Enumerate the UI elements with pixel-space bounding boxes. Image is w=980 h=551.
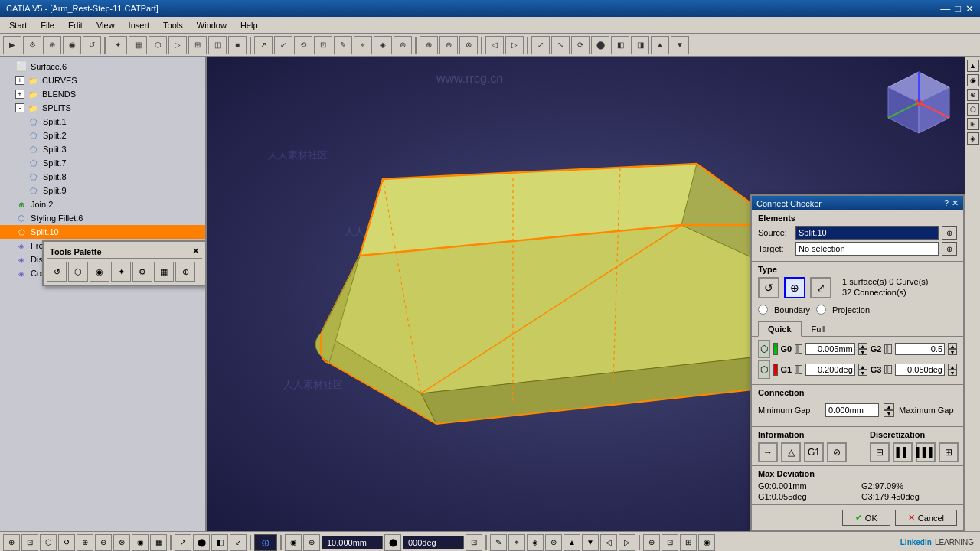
cc-g1-icon-btn[interactable]: ⬡	[758, 360, 770, 379]
toolbar-btn-23[interactable]: ⊗	[459, 36, 478, 54]
toolbar-btn-29[interactable]: ⬤	[591, 36, 609, 54]
cc-g2-spin-up[interactable]: ▲	[948, 343, 957, 349]
cc-min-spin-down[interactable]: ▼	[884, 410, 894, 417]
bottom-btn-5[interactable]: ⊕	[77, 534, 93, 551]
cc-g1-spin-up[interactable]: ▲	[858, 364, 867, 370]
cc-projection-radio[interactable]	[816, 305, 826, 315]
cc-target-input[interactable]	[795, 242, 939, 256]
cc-source-select-btn[interactable]: ⊕	[942, 226, 957, 240]
bottom-btn-4[interactable]: ↺	[58, 534, 75, 551]
cc-info-btn-2[interactable]: △	[781, 442, 801, 462]
right-btn-5[interactable]: ⊞	[967, 118, 979, 130]
bottom-btn-24[interactable]: ⊕	[643, 534, 660, 551]
toolbar-btn-1[interactable]: ▶	[3, 36, 21, 54]
cc-info-btn-3[interactable]: G1	[804, 442, 824, 462]
bottom-btn-16[interactable]: ✎	[490, 534, 507, 551]
toolbar-btn-5[interactable]: ↺	[83, 36, 101, 54]
cc-tab-quick[interactable]: Quick	[758, 321, 802, 337]
cc-disc-btn-4[interactable]: ⊞	[939, 442, 959, 462]
bottom-btn-26[interactable]: ⊞	[680, 534, 697, 551]
cc-tab-full[interactable]: Full	[802, 321, 835, 337]
cc-g2-input[interactable]	[895, 343, 945, 355]
right-btn-1[interactable]: ▲	[967, 60, 979, 72]
cc-info-btn-1[interactable]: ↔	[758, 442, 778, 462]
bottom-btn-2[interactable]: ⊡	[21, 534, 38, 551]
bottom-btn-19[interactable]: ⊛	[545, 534, 562, 551]
cc-boundary-radio[interactable]	[758, 305, 768, 315]
cc-g3-spin-down[interactable]: ▼	[948, 370, 957, 376]
cc-g2-indicator[interactable]: ▌	[884, 344, 892, 354]
cc-ok-button[interactable]: ✔ OK	[842, 510, 890, 526]
maximize-btn[interactable]: □	[955, 3, 961, 15]
menu-edit[interactable]: Edit	[62, 19, 89, 31]
bottom-btn-21[interactable]: ▼	[582, 534, 599, 551]
bottom-btn-25[interactable]: ⊡	[662, 534, 678, 551]
toolbar-btn-10[interactable]: ⊞	[188, 36, 207, 54]
cc-g0-spin-up[interactable]: ▲	[858, 343, 867, 349]
toolbar-btn-32[interactable]: ▲	[651, 36, 669, 54]
toolbar-btn-14[interactable]: ↙	[274, 36, 292, 54]
cc-min-gap-input[interactable]	[825, 403, 879, 417]
toolbar-btn-8[interactable]: ⬡	[149, 36, 167, 54]
bottom-btn-23[interactable]: ▷	[619, 534, 635, 551]
cc-disc-btn-3[interactable]: ▌▌▌	[916, 442, 936, 462]
toolbar-btn-20[interactable]: ⊛	[394, 36, 412, 54]
bottom-btn-27[interactable]: ◉	[698, 534, 715, 551]
toolbar-btn-30[interactable]: ◧	[611, 36, 629, 54]
menu-start[interactable]: Start	[3, 19, 33, 31]
cc-g2-spin-down[interactable]: ▼	[948, 349, 957, 355]
toolbar-btn-16[interactable]: ⊡	[314, 36, 332, 54]
cc-disc-btn-1[interactable]: ⊟	[870, 442, 890, 462]
tree-item-split7[interactable]: ⬠ Split.7	[0, 156, 205, 170]
palette-btn-circle[interactable]: ◉	[90, 262, 109, 282]
menu-file[interactable]: File	[34, 19, 60, 31]
toolbar-btn-17[interactable]: ✎	[334, 36, 352, 54]
palette-btn-star[interactable]: ✦	[111, 262, 131, 282]
cc-info-btn-4[interactable]: ⊘	[827, 442, 847, 462]
cc-type-btn-3[interactable]: ⤢	[810, 277, 831, 298]
right-btn-2[interactable]: ◉	[967, 74, 979, 86]
cc-help-btn[interactable]: ?	[944, 198, 949, 208]
right-btn-4[interactable]: ⬡	[967, 103, 979, 116]
tree-item-splits[interactable]: - 📁 SPLITS	[0, 101, 205, 115]
bottom-btn-3[interactable]: ⬡	[40, 534, 57, 551]
bottom-btn-22[interactable]: ◁	[600, 534, 617, 551]
tree-item-split8[interactable]: ⬠ Split.8	[0, 170, 205, 184]
cc-g1-indicator[interactable]: ▌	[795, 365, 802, 374]
palette-btn-plus[interactable]: ⊕	[175, 262, 195, 282]
bottom-btn-8[interactable]: ◉	[132, 534, 149, 551]
bottom-btn-13[interactable]: ↙	[230, 534, 247, 551]
toolbar-btn-24[interactable]: ◁	[485, 36, 504, 54]
cc-g0-indicator[interactable]: ▌	[795, 344, 802, 354]
right-btn-6[interactable]: ◈	[967, 132, 979, 145]
toolbar-btn-12[interactable]: ■	[228, 36, 247, 54]
tree-item-split2[interactable]: ⬠ Split.2	[0, 129, 205, 142]
toolbar-btn-6[interactable]: ✦	[109, 36, 127, 54]
palette-close-icon[interactable]: ✕	[192, 246, 199, 256]
bottom-btn-10[interactable]: ↗	[175, 534, 191, 551]
expand-blends-icon[interactable]: +	[15, 90, 24, 99]
bottom-btn-20[interactable]: ▲	[564, 534, 580, 551]
expand-splits-icon[interactable]: -	[15, 103, 24, 112]
bottom-btn-7[interactable]: ⊗	[113, 534, 130, 551]
bottom-btn-18[interactable]: ◈	[527, 534, 544, 551]
palette-btn-gear[interactable]: ⚙	[132, 262, 152, 282]
bottom-btn-cam2[interactable]: ⊕	[303, 534, 320, 551]
toolbar-btn-9[interactable]: ▷	[168, 36, 187, 54]
cc-min-spin-up[interactable]: ▲	[884, 403, 894, 410]
compass-icon[interactable]: ⊕	[254, 534, 277, 551]
cc-target-select-btn[interactable]: ⊕	[942, 242, 957, 256]
cc-type-btn-2[interactable]: ⊕	[784, 277, 805, 298]
tree-item-stylingfillet6[interactable]: ⬡ Styling Fillet.6	[0, 211, 205, 225]
cc-source-input[interactable]	[795, 226, 939, 240]
bottom-btn-12[interactable]: ◧	[211, 534, 228, 551]
toolbar-btn-22[interactable]: ⊖	[439, 36, 458, 54]
tree-item-split9[interactable]: ⬠ Split.9	[0, 184, 205, 197]
right-btn-3[interactable]: ⊕	[967, 89, 979, 101]
toolbar-btn-15[interactable]: ⟲	[294, 36, 312, 54]
minimize-btn[interactable]: —	[940, 3, 950, 15]
toolbar-btn-3[interactable]: ⊕	[43, 36, 61, 54]
cc-g3-spin-up[interactable]: ▲	[948, 364, 957, 370]
cc-cancel-button[interactable]: ✕ Cancel	[895, 510, 957, 526]
bottom-btn-15[interactable]: ⊡	[466, 534, 482, 551]
